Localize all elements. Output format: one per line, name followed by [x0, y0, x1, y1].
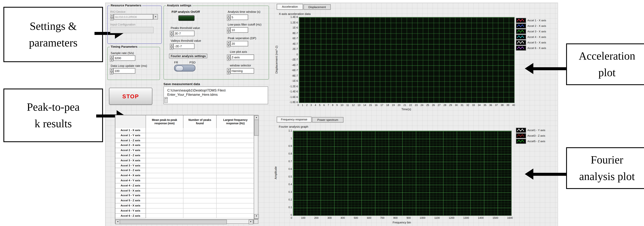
spin-up-icon[interactable]: ▲	[227, 68, 230, 71]
spin-arrows[interactable]: ▲▼	[110, 55, 113, 61]
peaks-threshold-control[interactable]: ▲▼ 2E-7	[170, 31, 194, 36]
spin-arrows[interactable]: ▲▼	[170, 44, 173, 49]
window-selector-label: window selector	[230, 64, 251, 67]
accel-y-axis-title: Displacement (ms^-2)	[275, 17, 278, 102]
fr-psd-toggle-switch[interactable]	[174, 65, 195, 72]
dropdown-arrow-icon[interactable]: ▼	[153, 14, 158, 20]
legend-item[interactable]: Accel 5 - X axis	[516, 40, 546, 45]
window-selector-control[interactable]: ▲▼ Hanning	[227, 68, 254, 74]
loop-rate-control[interactable]: ▲▼ 100	[110, 68, 135, 74]
legend-item[interactable]: Accel 3 - X axis	[516, 29, 546, 34]
tick-label: -1.6E-6	[290, 96, 298, 98]
spin-arrows[interactable]: ▲▼	[227, 41, 230, 46]
spin-up-icon[interactable]: ▲	[227, 27, 230, 30]
tick-label: 6E-7	[292, 37, 298, 40]
spin-arrows[interactable]: ▲▼	[110, 68, 113, 74]
spin-down-icon[interactable]: ▼	[170, 34, 173, 37]
tick-label: 34	[478, 104, 481, 107]
spin-down-icon[interactable]: ▼	[110, 58, 113, 62]
legend-item[interactable]: Accel 6 - X axis	[516, 46, 546, 50]
tab-power-spectrum[interactable]: Power spectrum	[312, 117, 344, 122]
scroll-left-icon[interactable]: ◄	[115, 220, 120, 224]
spin-up-icon[interactable]: ▲	[110, 55, 113, 58]
peak-separation-value[interactable]: 20	[230, 41, 248, 46]
live-plot-axis-label: Live plot axis	[230, 50, 247, 54]
spin-arrows[interactable]: ▲▼	[227, 14, 230, 20]
spin-down-icon[interactable]: ▼	[227, 44, 230, 48]
spin-up-icon[interactable]: ▲	[227, 14, 230, 18]
table-vertical-scrollbar[interactable]: ▲ ▼	[254, 115, 258, 219]
time-window-label: Analysis time window (s)	[228, 10, 260, 14]
spin-up-icon[interactable]: ▲	[170, 44, 173, 47]
input-configuration-combo[interactable]	[110, 27, 154, 33]
peak-separation-control[interactable]: ▲▼ 20	[227, 41, 248, 46]
legend-item[interactable]: Accel 1 - X axis	[516, 18, 546, 22]
stop-button[interactable]: STOP	[109, 88, 152, 105]
rio-device-value[interactable]: rio://10.0.0.2/RIO0	[114, 14, 153, 20]
loop-rate-value[interactable]: 100	[113, 68, 135, 74]
scroll-right-icon[interactable]: ►	[248, 220, 253, 224]
legend-item[interactable]: Accel1 - Y axis	[516, 128, 545, 132]
rio-device-combo[interactable]: ▲▼ rio://10.0.0.2/RIO0 ▼	[110, 14, 158, 20]
table-horizontal-scrollbar[interactable]: ◄ ►	[115, 219, 254, 224]
spin-arrows[interactable]: ▲▼	[227, 27, 230, 33]
valleys-threshold-control[interactable]: ▲▼ -2E-7	[170, 44, 194, 49]
sample-rate-value[interactable]: 3200	[113, 55, 135, 61]
callout-text: plot	[598, 66, 616, 79]
spin-arrows[interactable]: ▲▼	[227, 68, 230, 74]
sample-rate-control[interactable]: ▲▼ 3200	[110, 55, 135, 61]
spin-down-icon[interactable]: ▼	[227, 58, 230, 61]
time-window-control[interactable]: ▲▼ 5	[227, 14, 248, 20]
window-selector-value[interactable]: Hanning	[230, 68, 254, 74]
scroll-down-icon[interactable]: ▼	[254, 214, 259, 219]
tick-label: 8	[332, 104, 334, 107]
acceleration-plot-area[interactable]	[299, 17, 514, 103]
switch-knob[interactable]	[175, 66, 184, 71]
fourier-plot-area[interactable]	[293, 131, 512, 216]
save-path-input[interactable]: C:\Users\eaxpb1\Desktop\TDMS Files\ Ente…	[164, 86, 268, 104]
spin-up-icon[interactable]: ▲	[227, 54, 230, 58]
p2p-label: P2P analysis On/Off	[172, 10, 200, 14]
spin-up-icon[interactable]: ▲	[227, 41, 230, 44]
spin-down-icon[interactable]: ▼	[170, 47, 173, 50]
table-row: Accel 6 - X axis	[115, 204, 254, 208]
tab-displacement[interactable]: Displacement	[304, 4, 331, 10]
legend-item[interactable]: Accel5 - Z axis	[516, 139, 545, 144]
scroll-thumb[interactable]	[254, 120, 259, 136]
string-scroll-arrows-icon[interactable]: ▲▼	[164, 97, 168, 103]
legend-item[interactable]: Accel 4 - X axis	[516, 34, 546, 39]
table-cell	[146, 148, 184, 153]
tick-label: 19	[392, 104, 395, 107]
tab-frequency-response[interactable]: Frequency response	[277, 116, 312, 122]
accel-x-axis-ticks: 0123456789101112131415161718192021222324…	[298, 104, 515, 107]
table-row: Accel 2 - Z axis	[115, 153, 254, 158]
tick-label: 16	[375, 104, 378, 107]
p2p-led-indicator[interactable]	[178, 15, 194, 21]
live-plot-axis-value[interactable]: Z-axis	[230, 54, 254, 60]
scroll-up-icon[interactable]: ▲	[254, 115, 259, 120]
spin-down-icon[interactable]: ▼	[227, 18, 230, 21]
lowpass-control[interactable]: ▲▼ 10	[227, 27, 248, 33]
time-window-value[interactable]: 5	[230, 14, 248, 20]
spin-up-icon[interactable]: ▲	[110, 14, 114, 17]
scroll-thumb[interactable]	[120, 220, 227, 224]
spin-down-icon[interactable]: ▼	[110, 17, 114, 20]
spin-down-icon[interactable]: ▼	[110, 71, 113, 74]
tab-acceleration[interactable]: Acceleration	[277, 4, 303, 10]
spin-up-icon[interactable]: ▲	[110, 68, 113, 71]
tick-label: 38	[501, 104, 504, 107]
valleys-threshold-value[interactable]: -2E-7	[173, 44, 194, 49]
spin-down-icon[interactable]: ▼	[227, 71, 230, 74]
spin-down-icon[interactable]: ▼	[227, 30, 230, 34]
legend-item[interactable]: Accel3 - Z axis	[516, 133, 545, 138]
lowpass-value[interactable]: 10	[230, 27, 248, 33]
peaks-threshold-value[interactable]: 2E-7	[173, 31, 194, 36]
live-plot-axis-control[interactable]: ▲▼ Z-axis	[227, 54, 254, 60]
spin-arrows[interactable]: ▲▼	[227, 54, 230, 60]
rio-device-spin-arrows[interactable]: ▲▼	[110, 14, 114, 20]
spin-arrows[interactable]: ▲▼	[170, 31, 173, 36]
legend-item[interactable]: Accel 2 - X axis	[516, 24, 546, 28]
spin-up-icon[interactable]: ▲	[170, 31, 173, 34]
rio-device-label: RIO Device	[110, 10, 126, 14]
table-cell	[146, 178, 184, 183]
